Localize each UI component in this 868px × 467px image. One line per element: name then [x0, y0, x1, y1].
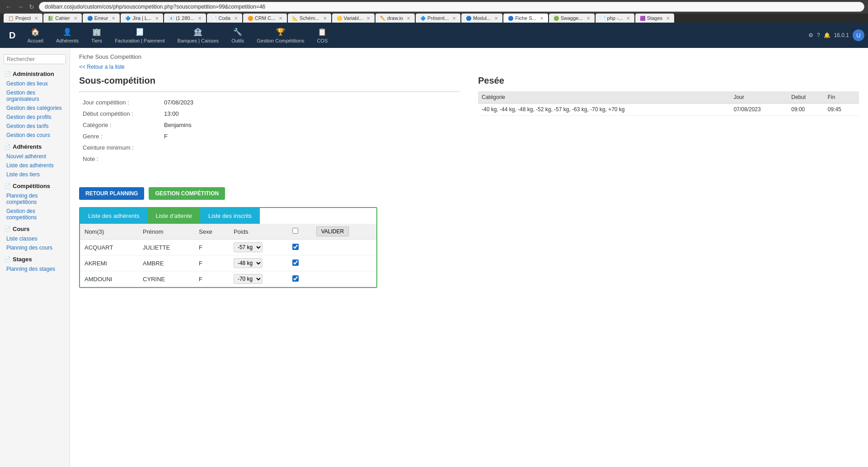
back-button[interactable]: ←: [4, 2, 14, 11]
nav-label-outils: Outils: [231, 38, 244, 43]
browser-tab[interactable]: ✏️draw.io✕: [375, 14, 415, 23]
adherents-container: Liste des adhérentsListe d'attenteListe …: [79, 207, 377, 288]
reload-button[interactable]: ↻: [27, 2, 36, 11]
adherent-action-cell: [312, 240, 376, 255]
browser-tab[interactable]: 📗Cahier✕: [43, 14, 81, 23]
help-icon[interactable]: ?: [817, 32, 820, 38]
settings-icon[interactable]: ⚙: [808, 32, 813, 38]
form-row: Catégorie :Benjamins: [79, 119, 460, 131]
sidebar-link[interactable]: Gestion des catégories: [0, 104, 70, 113]
sidebar-link[interactable]: Gestion des tarifs: [0, 122, 70, 131]
main-layout: AdministrationGestion des lieuxGestion d…: [0, 48, 868, 467]
pesee-column-header: Catégorie: [478, 91, 730, 104]
adherents-tab-liste-adherents[interactable]: Liste des adhérents: [80, 208, 147, 224]
browser-tab[interactable]: 🟢Swagge...✕: [549, 14, 595, 23]
browser-tab[interactable]: 🔵Fiche S...✕: [503, 14, 548, 23]
sidebar-link[interactable]: Gestion des lieux: [0, 79, 70, 88]
browser-tab[interactable]: 🔵Erreur✕: [83, 14, 120, 23]
nav-item-tiers[interactable]: 🏢Tiers: [85, 24, 108, 47]
back-link[interactable]: << Retour a la liste: [79, 64, 859, 70]
sidebar-link[interactable]: Liste des adhérents: [0, 161, 70, 170]
sidebar-link[interactable]: Nouvel adhérent: [0, 152, 70, 161]
adherent-checkbox[interactable]: [292, 259, 299, 266]
adherent-checkbox[interactable]: [292, 244, 299, 250]
adherent-nom: AKREMI: [80, 255, 138, 271]
valider-button[interactable]: VALIDER: [316, 226, 349, 236]
select-all-checkbox[interactable]: [292, 228, 298, 234]
adherent-poids[interactable]: -57 kg: [229, 240, 288, 255]
browser-tab[interactable]: 🔷Jira | L...✕: [121, 14, 163, 23]
sidebar-section-stages: Stages: [0, 252, 70, 264]
adherent-sexe: F: [194, 271, 229, 287]
nav-item-gestion-competitions[interactable]: 🏆Gestion Compétitions: [250, 24, 310, 47]
sidebar-link[interactable]: Liste des tiers: [0, 170, 70, 179]
sidebar-link[interactable]: Gestion des competitions: [0, 207, 70, 222]
sidebar-link[interactable]: Liste classes: [0, 234, 70, 243]
sidebar-link[interactable]: Gestion des profils: [0, 113, 70, 122]
browser-tab[interactable]: 🟠CRM C...✕: [243, 14, 287, 23]
field-value: F: [160, 131, 460, 142]
sidebar-link[interactable]: Gestion des organisateurs: [0, 88, 70, 104]
browser-tab[interactable]: 📐Schém...✕: [288, 14, 331, 23]
content-columns: Sous-compétition Jour compétition :07/08…: [79, 75, 859, 174]
adherent-checkbox-cell[interactable]: [288, 240, 312, 255]
gestion-competition-button[interactable]: GESTION COMPÉTITION: [149, 187, 225, 200]
adherent-checkbox-cell[interactable]: [288, 255, 312, 271]
sidebar-link[interactable]: Gestion des cours: [0, 131, 70, 140]
adherent-checkbox-cell[interactable]: [288, 271, 312, 287]
nav-item-accueil[interactable]: 🏠Accueil: [21, 24, 49, 47]
adherents-tab-liste-attente[interactable]: Liste d'attente: [147, 208, 200, 224]
nav-item-banques[interactable]: 🏦Banques | Caisses: [171, 24, 225, 47]
adherent-poids[interactable]: -70 kg: [229, 271, 288, 287]
nav-label-facturation: Facturation | Paiement: [115, 38, 164, 43]
sous-competition-title: Sous-compétition: [79, 75, 460, 86]
browser-tab[interactable]: 📋Project✕: [4, 14, 42, 23]
nav-label-accueil: Accueil: [27, 38, 43, 43]
sidebar-link[interactable]: Planning des stages: [0, 264, 70, 274]
competition-form-table: Jour compétition :07/08/2023Début compét…: [79, 97, 460, 165]
browser-tab[interactable]: 📧(1 280...✕: [164, 14, 206, 23]
retour-planning-button[interactable]: RETOUR PLANNING: [79, 187, 144, 200]
browser-tab[interactable]: 🟪Stages✕: [635, 14, 674, 23]
poids-select[interactable]: -57 kg: [234, 242, 263, 252]
action-buttons: RETOUR PLANNINGGESTION COMPÉTITION: [79, 187, 859, 200]
nav-label-tiers: Tiers: [91, 38, 102, 43]
search-input[interactable]: [4, 54, 66, 64]
pesee-title: Pesée: [478, 75, 859, 86]
pesee-column-header: Jour: [730, 91, 788, 104]
pesee-table: CatégorieJourDebutFin-40 kg, -44 kg, -48…: [478, 91, 859, 116]
sidebar-link[interactable]: Planning des competitions: [0, 191, 70, 207]
poids-select[interactable]: -48 kg: [234, 258, 263, 268]
alert-icon[interactable]: 🔔: [824, 32, 830, 38]
field-label: Note :: [79, 153, 160, 165]
field-value: [160, 153, 460, 165]
poids-select[interactable]: -70 kg: [234, 274, 263, 284]
field-label: Début compétition :: [79, 108, 160, 119]
pesee-cell: 07/08/2023: [730, 104, 788, 116]
adherents-col-header: VALIDER: [312, 224, 376, 240]
adherent-checkbox[interactable]: [292, 275, 299, 282]
nav-item-facturation[interactable]: 🧾Facturation | Paiement: [108, 24, 171, 47]
app-logo: D: [4, 30, 21, 41]
browser-tab[interactable]: 📄php -...✕: [596, 14, 634, 23]
address-bar[interactable]: dolibarr.cosjudo/custom/cos/php/souscomp…: [39, 2, 864, 12]
user-avatar[interactable]: U: [853, 29, 864, 41]
field-value: Benjamins: [160, 119, 460, 131]
adherent-row: AKREMIAMBREF-48 kg: [80, 255, 376, 271]
nav-item-cos[interactable]: 📋COS: [310, 24, 334, 47]
browser-tab[interactable]: 🔷Présent...✕: [416, 14, 460, 23]
nav-item-adherents[interactable]: 👤Adhérents: [50, 24, 85, 47]
adherents-col-header: Sexe: [194, 224, 229, 240]
sidebar-link[interactable]: Planning des cours: [0, 243, 70, 252]
browser-nav-buttons[interactable]: ← → ↻: [4, 2, 36, 11]
adherents-tab-liste-inscrits[interactable]: Liste des inscrits: [200, 208, 260, 224]
app-nav-right: ⚙ ? 🔔 16.0.1 U: [808, 29, 864, 41]
app-nav: D 🏠Accueil👤Adhérents🏢Tiers🧾Facturation |…: [0, 23, 868, 48]
browser-tab[interactable]: 🔵Modul...✕: [461, 14, 502, 23]
browser-tab[interactable]: 🟡Variabl...✕: [332, 14, 375, 23]
browser-chrome: ← → ↻ dolibarr.cosjudo/custom/cos/php/so…: [0, 0, 868, 14]
browser-tab[interactable]: 📄Coda✕: [207, 14, 242, 23]
nav-item-outils[interactable]: 🔧Outils: [225, 24, 250, 47]
adherent-poids[interactable]: -48 kg: [229, 255, 288, 271]
forward-button[interactable]: →: [15, 2, 25, 11]
